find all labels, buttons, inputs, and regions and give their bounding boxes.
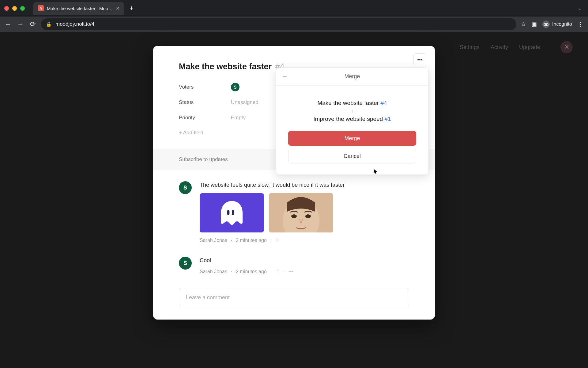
chrome-menu-icon[interactable]: ⋮	[578, 21, 584, 28]
bookmark-icon[interactable]: ☆	[521, 21, 526, 28]
new-tab-button[interactable]: +	[130, 4, 134, 12]
nav-forward-button[interactable]: →	[17, 20, 24, 28]
incognito-badge[interactable]: Incognito	[542, 21, 572, 28]
like-icon[interactable]: ♡	[275, 237, 280, 243]
window-minimize-button[interactable]	[12, 6, 17, 11]
like-icon[interactable]: ♡	[275, 269, 280, 274]
voter-avatar[interactable]: S	[231, 83, 239, 91]
comment-text: Cool	[200, 257, 409, 264]
comment-item: S Cool Sarah Jonas · 2 minutes ago · ♡ ·…	[179, 257, 409, 274]
comment-author[interactable]: Sarah Jonas	[200, 238, 227, 243]
app-header-nav: Settings Activity Upgrade ✕	[460, 41, 573, 53]
status-value[interactable]: Unassigned	[231, 99, 258, 105]
merge-header-title: Merge	[282, 73, 422, 80]
tab-title: Make the website faster · Moo…	[47, 6, 113, 11]
merge-popover: ← Merge Make the website faster #4 ↓ Imp…	[276, 67, 429, 175]
voters-label: Voters	[179, 84, 231, 90]
comments-section: S The website feels quite slow, it would…	[153, 170, 435, 320]
lock-icon: 🔒	[46, 21, 52, 27]
merge-source-title: Make the website faster	[317, 100, 379, 106]
comment-meta: Sarah Jonas · 2 minutes ago · ♡	[200, 237, 409, 243]
browser-tab[interactable]: n Make the website faster · Moo… ✕	[33, 2, 124, 15]
tab-favicon-icon: n	[38, 5, 44, 11]
svg-rect-2	[227, 210, 230, 215]
nav-back-button[interactable]: ←	[4, 20, 12, 28]
comment-avatar[interactable]: S	[179, 181, 192, 194]
panel-icon[interactable]: ▣	[532, 21, 537, 28]
merge-source: Make the website faster #4	[288, 100, 416, 106]
post-title-text: Make the website faster	[179, 62, 272, 71]
svg-point-7	[305, 214, 311, 218]
comment-text: The website feels quite slow, it would b…	[200, 181, 409, 189]
comment-placeholder: Leave a comment	[186, 294, 230, 301]
merge-confirm-button[interactable]: Merge	[288, 131, 416, 146]
priority-value[interactable]: Empty	[231, 115, 246, 121]
incognito-label: Incognito	[552, 21, 572, 27]
merge-target-title: Improve the website speed	[313, 116, 383, 122]
window-close-button[interactable]	[4, 6, 9, 11]
merge-target: Improve the website speed #1	[288, 116, 416, 122]
priority-label: Priority	[179, 115, 231, 121]
comment-item: S The website feels quite slow, it would…	[179, 181, 409, 243]
nav-activity[interactable]: Activity	[491, 44, 508, 51]
tab-bar: n Make the website faster · Moo… ✕ + ⌄	[0, 0, 588, 17]
merge-back-button[interactable]: ←	[282, 73, 288, 80]
modal-close-button[interactable]: ✕	[560, 41, 573, 53]
nav-settings[interactable]: Settings	[460, 44, 480, 51]
incognito-icon	[542, 21, 550, 28]
merge-target-ref[interactable]: #1	[385, 116, 391, 122]
subscribe-label: Subscribe to updates	[179, 156, 228, 162]
comment-author[interactable]: Sarah Jonas	[200, 269, 227, 274]
comment-attachments	[200, 193, 409, 232]
window-controls	[4, 6, 25, 11]
window-maximize-button[interactable]	[20, 6, 25, 11]
merge-cancel-button[interactable]: Cancel	[288, 149, 416, 163]
svg-point-0	[544, 24, 546, 26]
status-label: Status	[179, 99, 231, 105]
attachment-image[interactable]	[269, 193, 333, 232]
address-bar: ← → ⟳ 🔒 moodjoy.nolt.io/4 ☆ ▣ Incognito …	[0, 17, 588, 32]
comment-meta: Sarah Jonas · 2 minutes ago · ♡ · •••	[200, 269, 409, 274]
svg-point-1	[546, 24, 548, 26]
attachment-image[interactable]	[200, 193, 264, 232]
comment-time: 2 minutes ago	[236, 269, 267, 274]
browser-chrome: n Make the website faster · Moo… ✕ + ⌄ ←…	[0, 0, 588, 32]
comment-input[interactable]: Leave a comment	[179, 288, 409, 307]
nav-upgrade[interactable]: Upgrade	[519, 44, 540, 51]
post-modal: ••• Make the website faster #4 Voters S …	[153, 46, 435, 320]
url-input[interactable]: 🔒 moodjoy.nolt.io/4	[41, 18, 516, 30]
tab-close-icon[interactable]: ✕	[116, 6, 120, 11]
comment-more-icon[interactable]: •••	[288, 269, 294, 274]
merge-source-ref[interactable]: #4	[380, 100, 387, 106]
comment-avatar[interactable]: S	[179, 257, 192, 270]
url-text: moodjoy.nolt.io/4	[55, 21, 94, 27]
more-actions-button[interactable]: •••	[413, 53, 426, 66]
svg-rect-3	[232, 210, 234, 215]
arrow-down-icon: ↓	[288, 108, 416, 114]
chrome-expand-icon[interactable]: ⌄	[577, 5, 582, 12]
svg-point-6	[291, 214, 297, 218]
comment-time: 2 minutes ago	[236, 238, 267, 243]
nav-reload-button[interactable]: ⟳	[29, 20, 37, 28]
